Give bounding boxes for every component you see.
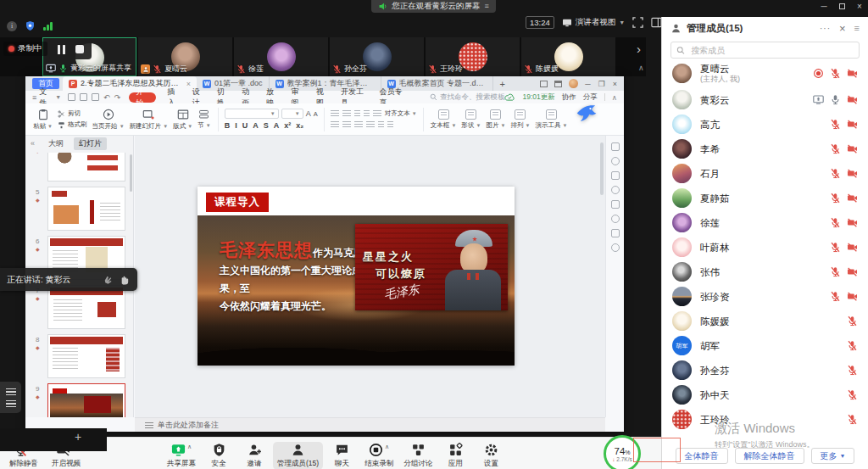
collaborate-button[interactable]: 协作 [562, 92, 576, 103]
collapse-panel-icon[interactable]: « [31, 139, 35, 148]
wps-restore-button[interactable]: ❐ [598, 80, 605, 88]
mic-muted-icon[interactable] [830, 291, 841, 302]
help-icon[interactable] [611, 243, 620, 252]
sidebar-footer-button[interactable]: 解除全体静音▼ [735, 448, 804, 464]
grow-font-button[interactable]: A [306, 109, 311, 118]
member-row[interactable]: 张伟 [662, 260, 868, 284]
section-button[interactable]: 节 ▼ [195, 109, 214, 130]
slide-thumbnail[interactable]: 8 ◆ [47, 334, 125, 378]
save-icon[interactable] [68, 93, 75, 101]
line-spacing-icon[interactable] [373, 110, 381, 118]
mic-muted-icon[interactable] [830, 266, 841, 277]
mic-muted-icon[interactable] [830, 193, 841, 204]
font-style-button[interactable]: S [264, 121, 269, 130]
camera-muted-icon[interactable] [847, 217, 858, 228]
columns-icon[interactable] [378, 121, 384, 129]
panel-tab[interactable]: 大纲 [43, 137, 69, 150]
slide-canvas[interactable]: 课程导入 毛泽东思想作为马克思 主义中国化的第一个重大理论成果，至 今依然闪耀着… [135, 136, 605, 417]
minimize-button[interactable]: ─ [819, 2, 829, 11]
mic-muted-icon[interactable] [847, 365, 858, 376]
notes-bar[interactable]: 单击此处添加备注 [135, 417, 605, 432]
mic-muted-icon[interactable] [830, 119, 841, 130]
raise-hand-icon[interactable] [118, 273, 131, 286]
slide-thumbnail[interactable]: 4 ◆ [47, 153, 125, 181]
redo-icon[interactable]: ↷ [114, 93, 121, 102]
camera-muted-icon[interactable] [847, 291, 858, 302]
number-list-icon[interactable] [342, 110, 351, 118]
member-row[interactable]: 陈媛媛 [662, 309, 868, 333]
mic-muted-icon[interactable] [830, 217, 841, 228]
justify-icon[interactable] [366, 121, 375, 129]
slide-thumbnail[interactable]: 9 ◆ [47, 383, 125, 417]
more-options-icon[interactable]: ··· [820, 24, 831, 33]
member-row[interactable]: 孙中天 [662, 382, 868, 407]
restore-button[interactable] [837, 2, 847, 11]
mic-muted-icon[interactable] [847, 315, 858, 327]
banner-menu-icon[interactable]: ≡ [485, 3, 489, 10]
view-mode-selector[interactable]: 演讲者视图 ▼ [562, 17, 625, 28]
align-text-button[interactable]: 对齐文本 ▼ [385, 109, 417, 118]
mic-muted-icon[interactable] [847, 340, 858, 351]
slide-layout-button[interactable]: 版式 ▼ [170, 109, 195, 131]
font-style-button[interactable]: A [274, 121, 280, 130]
font-style-button[interactable]: A [253, 121, 259, 130]
info-icon[interactable]: i [7, 21, 17, 31]
video-tile[interactable]: 孙全芬 [330, 37, 424, 76]
print-icon[interactable] [80, 93, 87, 101]
align-left-icon[interactable] [331, 121, 339, 129]
toolbar-button[interactable]: ∧ 应用 [438, 442, 472, 469]
mic-muted-icon[interactable] [830, 68, 841, 79]
new-tab-button[interactable]: + [500, 79, 505, 89]
command-search[interactable]: 查找命令、搜索模板 [430, 92, 505, 103]
text-direction-icon[interactable] [387, 121, 393, 129]
wps-close-button[interactable]: × [613, 80, 617, 88]
next-participants-arrow[interactable]: › [637, 42, 641, 55]
member-row[interactable]: 张珍资 [662, 284, 868, 309]
export-icon[interactable] [92, 93, 99, 101]
mic-muted-icon[interactable] [830, 168, 841, 179]
insert-tool-button[interactable]: 形状 ▼ [459, 109, 483, 130]
animation-pane-icon[interactable] [611, 157, 620, 165]
network-quality-gauge[interactable]: 74% ↓ 2.7K/s [604, 435, 641, 469]
sidebar-footer-button[interactable]: 更多▼ [811, 448, 855, 464]
camera-muted-icon[interactable] [847, 68, 858, 79]
sidebar-footer-button[interactable]: 全体静音▼ [676, 448, 728, 464]
insert-tool-button[interactable]: 图片 ▼ [483, 109, 508, 130]
member-row[interactable]: 孙全芬 [662, 358, 868, 382]
video-tile[interactable]: 陈媛媛 [521, 37, 615, 76]
member-row[interactable]: 高亢 [662, 112, 868, 137]
wps-minimize-button[interactable]: ─ [585, 80, 590, 88]
camera-muted-icon[interactable] [847, 94, 858, 105]
toolbar-button[interactable]: ∧ 邀请 [237, 442, 271, 469]
member-row[interactable]: 李希 [662, 137, 868, 161]
clap-reaction-icon[interactable] [102, 273, 114, 286]
mic-on-icon[interactable] [830, 94, 841, 105]
camera-muted-icon[interactable] [847, 193, 858, 204]
mic-muted-icon[interactable] [830, 242, 841, 253]
panel-tab[interactable]: 幻灯片 [74, 137, 107, 150]
toolbar-button[interactable]: ∧ 安全 [202, 442, 236, 469]
member-row[interactable]: 黄彩云 [662, 87, 868, 112]
share-button[interactable]: 分享 [583, 92, 598, 103]
insert-tool-button[interactable]: 文本框 ▼ [428, 109, 459, 130]
search-input[interactable] [689, 45, 854, 56]
collapse-strip-icon[interactable]: ∧ [638, 64, 644, 72]
member-row[interactable]: 夏晴云 (主持人, 我) [662, 59, 868, 87]
member-row[interactable]: 徐莲 [662, 210, 868, 235]
indent-increase-icon[interactable] [364, 110, 370, 118]
bullet-list-icon[interactable] [331, 110, 339, 118]
pause-recording-icon[interactable] [58, 45, 65, 54]
security-shield-icon[interactable] [25, 20, 36, 31]
format-painter-button[interactable]: 格式刷 [58, 120, 87, 129]
toolbar-button[interactable]: ∧ 分组讨论 [399, 442, 437, 469]
align-center-icon[interactable] [342, 121, 351, 129]
video-tile[interactable]: 夏晴云 [138, 37, 232, 76]
stop-recording-icon[interactable] [75, 45, 84, 53]
cut-button[interactable]: 剪切 [58, 109, 87, 118]
mic-muted-icon[interactable] [847, 389, 858, 400]
font-style-button[interactable]: x₂ [296, 121, 303, 130]
tab-list-icon[interactable] [540, 81, 548, 87]
camera-muted-icon[interactable] [847, 242, 858, 253]
comments-icon[interactable] [611, 215, 620, 223]
font-size-select[interactable]: ▼ [281, 109, 303, 119]
